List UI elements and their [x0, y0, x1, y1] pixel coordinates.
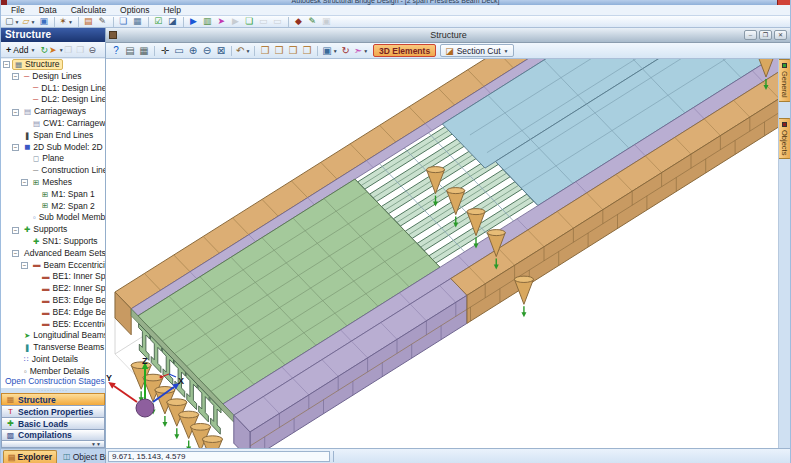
stack-button-compilations[interactable]: ▩Compilations — [1, 429, 105, 441]
open-button[interactable]: ▱▼ — [21, 16, 36, 27]
tree-item-span-end-lines[interactable]: ❚Span End Lines — [1, 130, 105, 142]
side-tab-objects[interactable]: Objects — [779, 118, 791, 159]
tree-item-be1-inner-span-1-auto[interactable]: ▬BE1: Inner Span 1 [Auto] — [1, 271, 105, 283]
structure-tree: −▦Structure−─Design Lines─DL1: Design Li… — [1, 58, 105, 375]
tree-item-be2-inner-span-2-sam-a[interactable]: ▬BE2: Inner Span 2.sam [A... — [1, 283, 105, 295]
display-options-button[interactable]: ▣▼ — [321, 44, 338, 57]
zoom-extents-button[interactable]: ⊠ — [214, 44, 228, 57]
menu-help[interactable]: Help — [156, 5, 187, 16]
tree-item-joint-details[interactable]: ∷Joint Details — [1, 354, 105, 366]
close-button[interactable]: ✕ — [774, 30, 787, 40]
expander-icon[interactable]: − — [21, 262, 28, 269]
tree-item-member-details[interactable]: ▫Member Details — [1, 366, 105, 375]
model-viewport[interactable]: ZYX — [106, 59, 779, 448]
view-title-bar: Structure ‒ ❐ ✕ — [106, 28, 791, 43]
report-button[interactable]: ▤ — [82, 16, 95, 27]
tree-item-dl2-design-line[interactable]: ─DL2: Design Line — [1, 94, 105, 106]
section-view-icon: ◪ — [168, 17, 177, 26]
new-button[interactable]: ▢▼ — [4, 16, 20, 27]
bridge-3d-model[interactable]: ZYX — [106, 59, 779, 448]
tree-item-be4-edge-beam-span-2-s[interactable]: ▬BE4: Edge Beam Span 2.s... — [1, 307, 105, 319]
view-iso-sw-button[interactable]: ❒ — [300, 44, 314, 57]
selection-filter-button[interactable]: ➣▼ — [353, 44, 369, 57]
run-forward-button[interactable]: ➤ — [215, 16, 228, 27]
zoom-window-button[interactable]: ▭ — [172, 44, 186, 57]
tree-item-be5-eccentricities[interactable]: ▬BE5: Eccentricities — [1, 319, 105, 331]
tree-item-construction-lines[interactable]: ─Construction Lines — [1, 165, 105, 177]
panel-stack-collapse-bar[interactable]: ▼▼ — [1, 441, 105, 448]
view-iso-ne-button[interactable]: ❒ — [258, 44, 272, 57]
tree-item-transverse-beams[interactable]: ❚Transverse Beams — [1, 342, 105, 354]
tree-item-cw1-carriageway[interactable]: ▤CW1: Carriageway — [1, 118, 105, 130]
structure-icon: ▦ — [5, 395, 16, 404]
stack-button-basic-loads[interactable]: ✚Basic Loads — [1, 417, 105, 429]
results-button[interactable]: ▥ — [201, 16, 214, 27]
expander-icon[interactable]: − — [12, 73, 19, 80]
menu-calculate[interactable]: Calculate — [64, 5, 113, 16]
stack-button-section-properties[interactable]: TSection Properties — [1, 405, 105, 417]
expander-icon[interactable]: − — [12, 109, 19, 116]
tree-item-design-lines[interactable]: −─Design Lines — [1, 71, 105, 83]
section-view-button[interactable]: ◪ — [166, 16, 179, 27]
tree-item-structure[interactable]: −▦Structure — [1, 59, 105, 71]
tree-item-beam-eccentricities[interactable]: −▬Beam Eccentricities — [1, 260, 105, 272]
rotate-view-button[interactable]: ↻ — [339, 44, 353, 57]
expander-icon[interactable]: − — [12, 227, 19, 234]
view-iso-se-button[interactable]: ❒ — [286, 44, 300, 57]
design-check-button[interactable]: ☑ — [152, 16, 165, 27]
edit-pencil-button[interactable]: ✎ — [96, 16, 109, 27]
tree-item-dl1-design-line[interactable]: ─DL1: Design Line — [1, 83, 105, 95]
expander-icon[interactable]: − — [3, 61, 10, 68]
wizard-button[interactable]: ✶▼ — [58, 16, 74, 27]
tree-item-carriageways[interactable]: −▤Carriageways — [1, 106, 105, 118]
expander-icon[interactable]: − — [21, 179, 28, 186]
add-button[interactable]: + Add ▼ — [3, 43, 38, 56]
edit-data-button[interactable]: ✎ — [306, 16, 319, 27]
previous-view-button[interactable]: ↶▼ — [235, 44, 251, 57]
help-button[interactable]: ? — [109, 44, 123, 57]
tree-item-be3-edge-beam-span-1-s[interactable]: ▬BE3: Edge Beam Span 1.s... — [1, 295, 105, 307]
tree-item-sub-model-members[interactable]: ▫Sub Model Members — [1, 212, 105, 224]
tree-item-supports[interactable]: −✚Supports — [1, 224, 105, 236]
collapse-button[interactable]: ⊖ — [86, 43, 98, 56]
view-iso-nw-button[interactable]: ❒ — [272, 44, 286, 57]
minimize-button[interactable]: ‒ — [744, 30, 757, 40]
print-button[interactable]: ▦ — [137, 44, 151, 57]
status-divider — [333, 451, 334, 462]
tree-item-longitudinal-beams[interactable]: ➤Longitudinal Beams — [1, 330, 105, 342]
zoom-in-button[interactable]: ⊕ — [186, 44, 200, 57]
export-button[interactable]: ➤▼ — [50, 43, 62, 56]
tree-item-label: Span End Lines — [33, 130, 93, 142]
stack-button-structure[interactable]: ▦Structure — [1, 393, 105, 405]
side-tab-general[interactable]: General — [779, 59, 791, 102]
restore-button[interactable]: ❐ — [759, 30, 772, 40]
window-close-button[interactable] — [777, 0, 790, 5]
open-construction-stages-link[interactable]: Open Construction Stages... — [1, 375, 105, 388]
tree-item-plane[interactable]: ◻Plane — [1, 153, 105, 165]
tab-explorer[interactable]: ▤Explorer — [3, 450, 57, 463]
mesh-icon: ⊞ — [42, 202, 48, 210]
save-button[interactable]: ▣ — [37, 16, 50, 27]
objects-tab-icon — [782, 122, 787, 127]
delete-data-button[interactable]: ◆ — [292, 16, 305, 27]
grid-view-button[interactable]: ▦ — [131, 16, 144, 27]
expander-icon[interactable]: − — [12, 250, 19, 257]
tree-item-sn1-supports[interactable]: ✚SN1: Supports — [1, 236, 105, 248]
3d-elements-toggle[interactable]: 3D Elements — [373, 44, 436, 57]
tree-item-m1-span-1[interactable]: ⊞M1: Span 1 — [1, 189, 105, 201]
tree-item-2d-sub-model-2d-model-a[interactable]: −◼2D Sub Model: 2D Model A — [1, 142, 105, 154]
menu-file[interactable]: File — [4, 5, 32, 16]
menu-data[interactable]: Data — [32, 5, 64, 16]
tree-item-meshes[interactable]: −⊞Meshes — [1, 177, 105, 189]
tree-item-advanced-beam-sets[interactable]: −Advanced Beam Sets — [1, 248, 105, 260]
menu-options[interactable]: Options — [113, 5, 156, 16]
zoom-out-button[interactable]: ⊖ — [200, 44, 214, 57]
print-preview-button[interactable]: ▤ — [123, 44, 137, 57]
expander-icon[interactable]: − — [12, 144, 19, 151]
refresh-model-button[interactable]: ❏ — [243, 16, 256, 27]
analyse-button[interactable]: ▶ — [187, 16, 200, 27]
tree-item-m2-span-2[interactable]: ⊞M2: Span 2 — [1, 201, 105, 213]
model-window-button[interactable]: ❏ — [117, 16, 130, 27]
section-cut-button[interactable]: ◪Section Cut▼ — [440, 44, 513, 57]
pan-button[interactable]: ✛ — [158, 44, 172, 57]
